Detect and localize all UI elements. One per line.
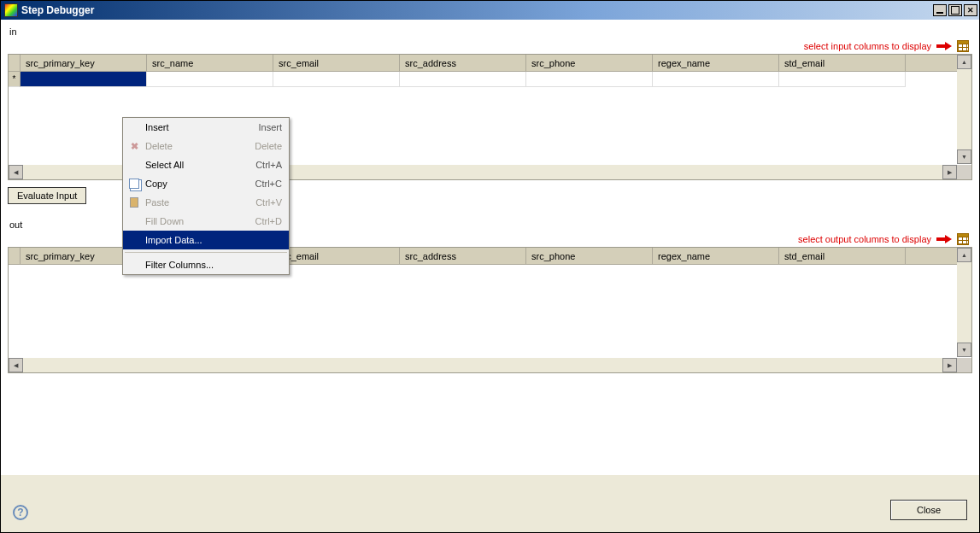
minimize-button[interactable] [933, 4, 947, 16]
input-cell[interactable] [147, 72, 273, 87]
output-hint-text: select output columns to display [798, 234, 931, 244]
titlebar: Step Debugger [1, 1, 979, 20]
output-horizontal-scrollbar[interactable] [9, 358, 957, 372]
column-header[interactable]: src_email [273, 248, 400, 265]
menu-shortcut: Ctrl+D [255, 216, 282, 226]
context-menu[interactable]: Insert Insert ✖ Delete Delete Select All… [122, 117, 290, 275]
menu-item-import-data[interactable]: Import Data... [123, 231, 289, 249]
menu-label: Select All [142, 160, 255, 170]
in-section-label: in [9, 26, 972, 37]
select-output-columns-button[interactable] [957, 233, 969, 245]
menu-label: Fill Down [142, 216, 255, 226]
output-vertical-scrollbar[interactable] [957, 248, 971, 357]
menu-label: Paste [142, 197, 255, 208]
scroll-corner [957, 358, 971, 372]
input-cell[interactable] [779, 72, 906, 87]
menu-label: Import Data... [142, 235, 282, 245]
column-header[interactable]: std_email [779, 248, 906, 265]
delete-icon: ✖ [126, 141, 142, 152]
select-input-columns-button[interactable] [957, 40, 969, 52]
output-corner-cell[interactable] [9, 248, 21, 265]
maximize-button[interactable] [948, 4, 962, 16]
menu-item-filter-columns[interactable]: Filter Columns... [123, 255, 289, 274]
input-cell[interactable] [526, 72, 653, 87]
input-grid-body[interactable]: * [9, 72, 971, 87]
column-header[interactable]: src_address [400, 248, 526, 265]
menu-shortcut: Ctrl+A [255, 160, 282, 170]
column-header[interactable]: src_phone [526, 55, 653, 72]
scroll-corner [957, 165, 971, 179]
app-icon [4, 3, 18, 17]
menu-item-insert[interactable]: Insert Insert [123, 118, 289, 137]
menu-item-select-all[interactable]: Select All Ctrl+A [123, 155, 289, 174]
menu-label: Filter Columns... [142, 260, 282, 270]
scroll-up-icon[interactable] [957, 55, 971, 69]
input-cell[interactable] [400, 72, 526, 87]
menu-item-copy[interactable]: Copy Ctrl+C [123, 174, 289, 193]
close-button[interactable]: Close [890, 500, 967, 520]
column-header[interactable]: std_email [779, 55, 906, 72]
menu-label: Copy [142, 179, 255, 189]
evaluate-input-button[interactable]: Evaluate Input [8, 187, 86, 204]
menu-shortcut: Ctrl+C [255, 179, 282, 189]
menu-label: Delete [142, 141, 255, 151]
help-icon[interactable]: ? [13, 505, 28, 520]
arrow-right-icon [936, 42, 952, 50]
arrow-right-icon [936, 235, 952, 243]
menu-label: Insert [142, 122, 258, 132]
scroll-right-icon[interactable] [942, 358, 957, 372]
menu-item-delete: ✖ Delete Delete [123, 137, 289, 155]
scroll-up-icon[interactable] [957, 248, 971, 262]
scroll-down-icon[interactable] [957, 343, 971, 357]
input-hint-row: select input columns to display [8, 40, 972, 52]
column-header[interactable]: src_phone [526, 248, 653, 265]
scroll-down-icon[interactable] [957, 149, 971, 164]
input-hint-text: select input columns to display [804, 41, 931, 51]
menu-shortcut: Ctrl+V [255, 197, 282, 208]
input-grid-header: src_primary_key src_name src_email src_a… [9, 55, 971, 72]
window-close-button[interactable] [964, 4, 977, 16]
input-corner-cell[interactable] [9, 55, 21, 72]
column-header[interactable]: src_address [400, 55, 526, 72]
column-header[interactable]: src_email [273, 55, 400, 72]
scroll-left-icon[interactable] [9, 165, 23, 179]
menu-item-fill-down: Fill Down Ctrl+D [123, 212, 289, 231]
menu-shortcut: Insert [258, 122, 282, 132]
content-area: in select input columns to display src_p… [1, 20, 979, 474]
input-cell-selected[interactable] [21, 72, 147, 87]
column-header[interactable]: regex_name [653, 55, 779, 72]
bottom-bar: ? Close [1, 474, 979, 532]
scroll-right-icon[interactable] [942, 165, 957, 179]
row-marker[interactable]: * [9, 72, 21, 87]
input-vertical-scrollbar[interactable] [957, 55, 971, 164]
window-title: Step Debugger [21, 4, 94, 16]
column-header[interactable]: src_name [147, 55, 273, 72]
scroll-left-icon[interactable] [9, 358, 23, 372]
copy-icon [126, 179, 142, 189]
input-new-row[interactable]: * [9, 72, 971, 87]
menu-item-paste: Paste Ctrl+V [123, 193, 289, 212]
column-header[interactable]: regex_name [653, 248, 779, 265]
menu-separator [125, 252, 287, 253]
input-cell[interactable] [273, 72, 400, 87]
menu-shortcut: Delete [255, 141, 282, 151]
column-header[interactable]: src_primary_key [21, 55, 147, 72]
input-cell[interactable] [653, 72, 779, 87]
paste-icon [126, 197, 142, 208]
